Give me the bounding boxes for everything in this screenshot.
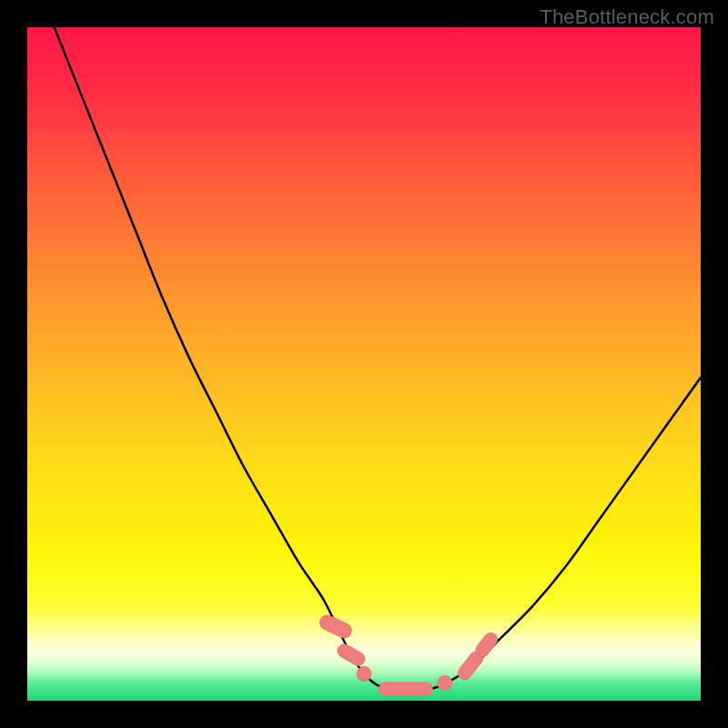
plot-area	[27, 27, 701, 701]
outer-frame: TheBottleneck.com	[0, 0, 728, 728]
curve-marker	[357, 666, 371, 681]
svg-point-2	[357, 666, 371, 681]
svg-point-4	[438, 676, 452, 691]
curve-marker	[335, 642, 368, 668]
chart-svg	[27, 27, 701, 701]
svg-rect-3	[379, 682, 432, 696]
watermark-text: TheBottleneck.com	[540, 5, 714, 29]
svg-rect-0	[318, 612, 354, 640]
curve-marker	[318, 612, 354, 640]
bottleneck-curve	[55, 27, 701, 690]
curve-marker	[379, 682, 432, 696]
svg-rect-1	[335, 642, 368, 668]
curve-marker	[438, 676, 452, 691]
